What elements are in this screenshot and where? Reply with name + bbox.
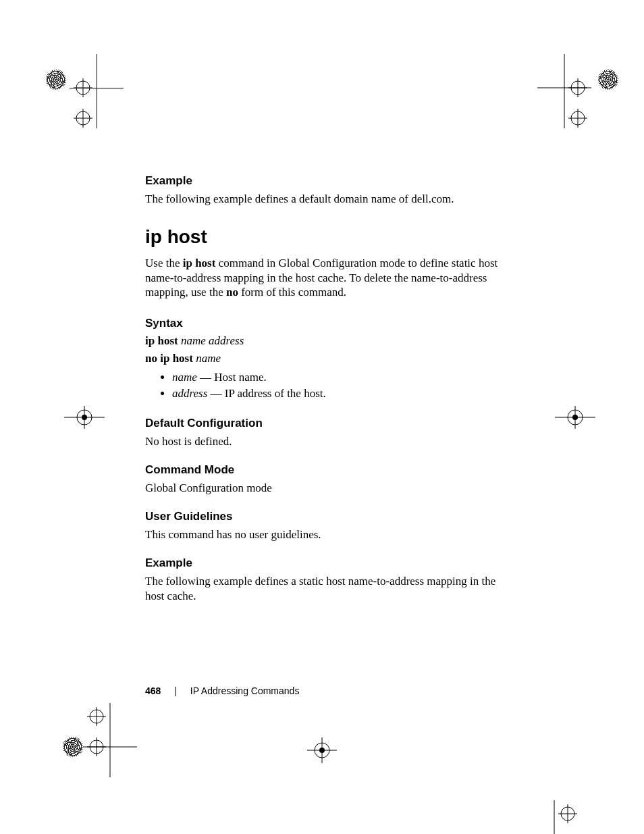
default-config-block: Default Configuration No host is defined… [145,417,503,448]
cmd-mode-heading: Command Mode [145,463,503,477]
example1-text: The following example defines a default … [145,192,503,206]
user-guidelines-block: User Guidelines This command has no user… [145,510,503,542]
syntax2-bold: no ip host [145,352,196,365]
page-footer: 468 | IP Addressing Commands [145,685,299,696]
syntax1-italic: name address [181,334,244,347]
param-term: name [172,371,197,384]
guidelines-text: This command has no user guidelines. [145,527,503,542]
command-mode-block: Command Mode Global Configuration mode [145,463,503,495]
intro-pre: Use the [145,257,183,269]
syntax-heading: Syntax [145,317,503,330]
example-1-block: Example The following example defines a … [145,174,503,206]
intro-post: form of this command. [238,286,346,298]
syntax1-bold: ip host [145,334,181,347]
registration-mark-icon [302,733,342,770]
syntax2-italic: name [196,352,221,365]
example2-text: The following example defines a static h… [145,574,503,603]
param-desc: — Host name. [197,371,267,384]
syntax-line-1: ip host name address [145,334,503,348]
default-cfg-text: No host is defined. [145,434,503,448]
registration-mark-icon [57,404,111,434]
cmd-mode-text: Global Configuration mode [145,481,503,495]
footer-section: IP Addressing Commands [190,685,300,696]
page-number: 468 [145,685,161,696]
syntax-line-2: no ip host name [145,352,503,365]
page-content: Example The following example defines a … [145,174,503,618]
param-desc: — IP address of the host. [207,387,326,400]
param-list: name — Host name. address — IP address o… [145,369,503,402]
footer-divider: | [174,685,177,696]
default-cfg-heading: Default Configuration [145,417,503,430]
intro-paragraph: Use the ip host command in Global Config… [145,256,503,299]
list-item: name — Host name. [172,369,503,386]
example1-heading: Example [145,174,503,188]
intro-cmd: ip host [183,257,216,269]
registration-mark-icon [548,404,602,434]
syntax-block: Syntax ip host name address no ip host n… [145,317,503,402]
param-term: address [172,387,207,400]
guidelines-heading: User Guidelines [145,510,503,523]
page-title: ip host [145,226,503,248]
registration-mark-icon [46,696,154,793]
example2-heading: Example [145,556,503,570]
example-2-block: Example The following example defines a … [145,556,503,603]
list-item: address — IP address of the host. [172,386,503,402]
intro-no: no [226,286,238,298]
